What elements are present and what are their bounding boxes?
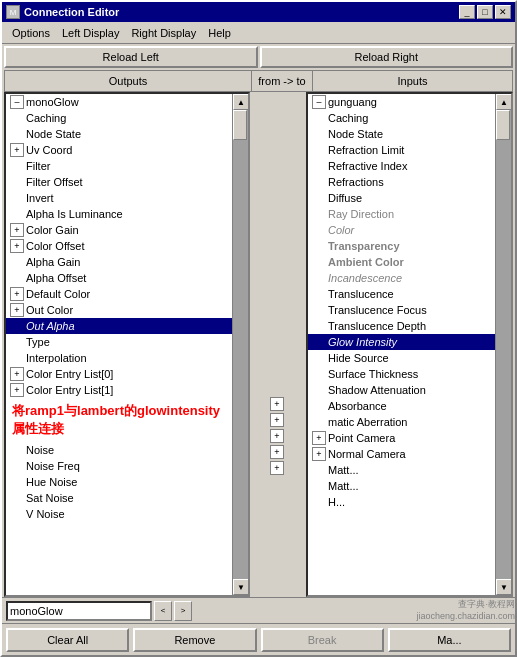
middle-connection-panel: + + + + + <box>250 92 306 597</box>
remove-button[interactable]: Remove <box>133 628 256 652</box>
list-item[interactable]: Interpolation <box>6 350 232 366</box>
list-item[interactable]: H... <box>308 494 495 510</box>
scroll-thumb[interactable] <box>496 110 510 140</box>
list-item[interactable]: Alpha Is Luminance <box>6 206 232 222</box>
plus-icon[interactable]: + <box>312 447 326 461</box>
list-item[interactable]: Noise Freq <box>6 458 232 474</box>
list-item[interactable]: V Noise <box>6 506 232 522</box>
scroll-track[interactable] <box>496 110 511 579</box>
list-item[interactable]: + Incandescence <box>308 270 495 286</box>
list-item[interactable]: matic Aberration <box>308 414 495 430</box>
list-item[interactable]: Sat Noise <box>6 490 232 506</box>
make-button[interactable]: Ma... <box>388 628 511 652</box>
reload-left-button[interactable]: Reload Left <box>4 46 258 68</box>
list-item[interactable]: Translucence <box>308 286 495 302</box>
expand-icon[interactable]: + <box>10 223 24 237</box>
expand-icon[interactable]: + <box>10 367 24 381</box>
list-item[interactable]: Caching <box>308 110 495 126</box>
menu-left-display[interactable]: Left Display <box>56 25 125 41</box>
list-item[interactable]: + Uv Coord <box>6 142 232 158</box>
list-item[interactable]: Refractions <box>308 174 495 190</box>
list-item[interactable]: Node State <box>308 126 495 142</box>
left-root-item[interactable]: – monoGlow <box>6 94 232 110</box>
clear-all-button[interactable]: Clear All <box>6 628 129 652</box>
left-scrollbar[interactable]: ▲ ▼ <box>232 94 248 595</box>
list-item[interactable]: + Transparency <box>308 238 495 254</box>
list-item[interactable]: + Normal Camera <box>308 446 495 462</box>
list-item[interactable]: Translucence Focus <box>308 302 495 318</box>
list-item[interactable]: + Out Color <box>6 302 232 318</box>
maximize-button[interactable]: □ <box>477 5 493 19</box>
break-button[interactable]: Break <box>261 628 384 652</box>
scroll-down-btn[interactable]: ▼ <box>496 579 512 595</box>
list-item[interactable]: Alpha Offset <box>6 270 232 286</box>
list-item[interactable]: + Color <box>308 222 495 238</box>
right-root-item[interactable]: – gunguang <box>308 94 495 110</box>
title-bar-left: M Connection Editor <box>6 5 119 19</box>
list-item[interactable]: Matt... <box>308 462 495 478</box>
list-item[interactable]: Filter Offset <box>6 174 232 190</box>
scroll-down-btn[interactable]: ▼ <box>233 579 249 595</box>
list-item[interactable]: Refraction Limit <box>308 142 495 158</box>
list-item[interactable]: + Ambient Color <box>308 254 495 270</box>
arrow-left-button[interactable]: < <box>154 601 172 621</box>
plus-icon[interactable]: + <box>270 461 284 475</box>
reload-right-button[interactable]: Reload Right <box>260 46 514 68</box>
list-item-glow-intensity[interactable]: Glow Intensity <box>308 334 495 350</box>
outputs-header: Outputs <box>4 70 252 92</box>
list-item-color-gain[interactable]: + Color Gain <box>6 222 232 238</box>
list-item-out-alpha[interactable]: Out Alpha <box>6 318 232 334</box>
list-item-color-offset[interactable]: + Color Offset <box>6 238 232 254</box>
scroll-up-btn[interactable]: ▲ <box>233 94 249 110</box>
right-list-scroll[interactable]: – gunguang Caching Node State Refraction… <box>308 94 495 595</box>
minimize-button[interactable]: _ <box>459 5 475 19</box>
list-item[interactable]: Absorbance <box>308 398 495 414</box>
left-list-scroll[interactable]: – monoGlow Caching Node State + Uv Coord <box>6 94 232 595</box>
list-item[interactable]: + Color Entry List[1] <box>6 382 232 398</box>
expand-icon[interactable]: + <box>10 239 24 253</box>
left-root-collapse-btn[interactable]: – <box>10 95 24 109</box>
list-item[interactable]: + Default Color <box>6 286 232 302</box>
close-button[interactable]: ✕ <box>495 5 511 19</box>
plus-icon[interactable]: + <box>270 445 284 459</box>
list-item[interactable]: Translucence Depth <box>308 318 495 334</box>
list-item[interactable]: Alpha Gain <box>6 254 232 270</box>
menu-help[interactable]: Help <box>202 25 237 41</box>
list-item[interactable]: Filter <box>6 158 232 174</box>
list-item[interactable]: Shadow Attenuation <box>308 382 495 398</box>
menu-options[interactable]: Options <box>6 25 56 41</box>
list-item[interactable]: Hue Noise <box>6 474 232 490</box>
arrow-right-button[interactable]: > <box>174 601 192 621</box>
inputs-header: Inputs <box>312 70 513 92</box>
list-item[interactable]: Diffuse <box>308 190 495 206</box>
menu-right-display[interactable]: Right Display <box>125 25 202 41</box>
expand-icon[interactable]: + <box>10 303 24 317</box>
scroll-up-btn[interactable]: ▲ <box>496 94 512 110</box>
list-item[interactable]: Refractive Index <box>308 158 495 174</box>
plus-icon[interactable]: + <box>312 431 326 445</box>
expand-icon[interactable]: + <box>10 143 24 157</box>
list-item[interactable]: Caching <box>6 110 232 126</box>
conn-ray-direction: + <box>250 396 306 412</box>
plus-icon[interactable]: + <box>270 397 284 411</box>
list-item[interactable]: Node State <box>6 126 232 142</box>
conn-ambient: + <box>250 444 306 460</box>
list-item[interactable]: Type <box>6 334 232 350</box>
expand-icon[interactable]: + <box>10 383 24 397</box>
list-item[interactable]: Ray Direction <box>308 206 495 222</box>
list-item[interactable]: Surface Thickness <box>308 366 495 382</box>
list-item[interactable]: Noise <box>6 442 232 458</box>
list-item[interactable]: Hide Source <box>308 350 495 366</box>
plus-icon[interactable]: + <box>270 429 284 443</box>
scroll-track[interactable] <box>233 110 248 579</box>
list-item[interactable]: Invert <box>6 190 232 206</box>
expand-icon[interactable]: + <box>10 287 24 301</box>
plus-icon[interactable]: + <box>270 413 284 427</box>
list-item[interactable]: Matt... <box>308 478 495 494</box>
list-item[interactable]: + Point Camera <box>308 430 495 446</box>
right-root-collapse-btn[interactable]: – <box>312 95 326 109</box>
list-item[interactable]: + Color Entry List[0] <box>6 366 232 382</box>
right-scrollbar[interactable]: ▲ ▼ <box>495 94 511 595</box>
bottom-text-input[interactable] <box>6 601 152 621</box>
scroll-thumb[interactable] <box>233 110 247 140</box>
